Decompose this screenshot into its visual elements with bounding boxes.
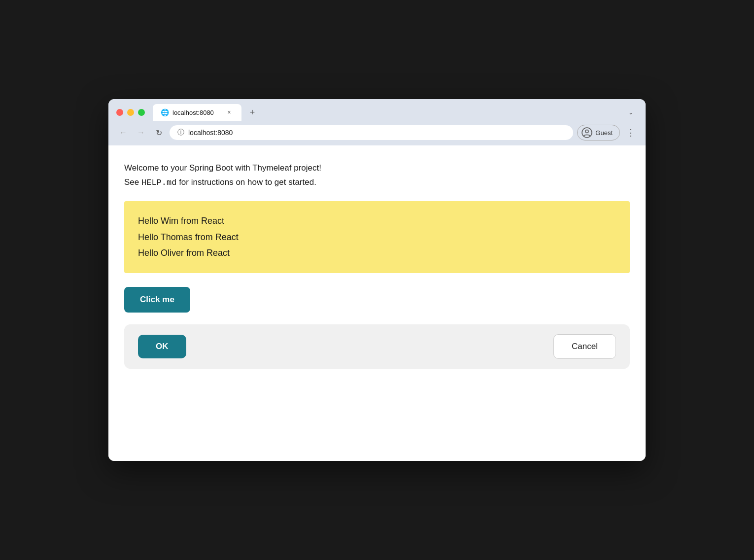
profile-button[interactable]: Guest (577, 125, 620, 140)
tab-label: localhost:8080 (172, 109, 221, 116)
tab-favicon-icon: 🌐 (161, 108, 169, 116)
greeting-item-2: Hello Thomas from React (138, 229, 616, 245)
address-bar[interactable]: ⓘ localhost:8080 (170, 125, 573, 140)
tab-bar: 🌐 localhost:8080 × + ⌄ (108, 99, 646, 121)
address-bar-row: ← → ↻ ⓘ localhost:8080 Guest ⋮ (108, 121, 646, 145)
close-button[interactable] (116, 109, 123, 116)
svg-point-1 (585, 130, 588, 133)
new-tab-button[interactable]: + (245, 105, 259, 119)
help-code: HELP.md (141, 178, 176, 187)
greeting-box: Hello Wim from React Hello Thomas from R… (124, 201, 630, 273)
browser-window: 🌐 localhost:8080 × + ⌄ ← → ↻ ⓘ localhost… (108, 99, 646, 461)
cancel-button[interactable]: Cancel (553, 334, 616, 359)
browser-chrome: 🌐 localhost:8080 × + ⌄ ← → ↻ ⓘ localhost… (108, 99, 646, 145)
forward-button[interactable]: → (134, 126, 148, 140)
welcome-line2-suffix: for instructions on how to get started. (176, 177, 316, 187)
click-me-button[interactable]: Click me (124, 287, 190, 313)
ok-button[interactable]: OK (138, 335, 186, 358)
back-button[interactable]: ← (116, 126, 130, 140)
welcome-line2: See HELP.md for instructions on how to g… (124, 175, 630, 189)
active-tab[interactable]: 🌐 localhost:8080 × (153, 104, 241, 121)
reload-button[interactable]: ↻ (152, 126, 166, 140)
welcome-text: Welcome to your Spring Boot with Thymele… (124, 161, 630, 189)
tab-close-icon[interactable]: × (225, 108, 234, 117)
welcome-line1: Welcome to your Spring Boot with Thymele… (124, 161, 630, 175)
window-controls (116, 109, 145, 116)
action-bar: OK Cancel (124, 324, 630, 369)
tab-dropdown-button[interactable]: ⌄ (624, 105, 638, 119)
minimize-button[interactable] (127, 109, 134, 116)
maximize-button[interactable] (138, 109, 145, 116)
greeting-item-3: Hello Oliver from React (138, 245, 616, 261)
more-menu-button[interactable]: ⋮ (624, 126, 638, 140)
welcome-line2-prefix: See (124, 177, 141, 187)
page-content: Welcome to your Spring Boot with Thymele… (108, 145, 646, 461)
profile-label: Guest (595, 129, 613, 137)
address-text: localhost:8080 (188, 129, 233, 137)
greeting-item-1: Hello Wim from React (138, 213, 616, 229)
profile-icon (582, 127, 592, 138)
address-info-icon: ⓘ (177, 128, 184, 137)
